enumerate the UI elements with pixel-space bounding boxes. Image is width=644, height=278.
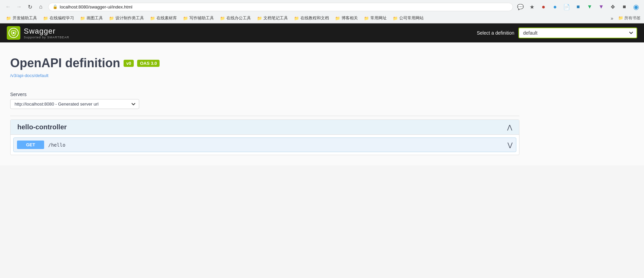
folder-icon-2: 📁 [43,16,48,21]
translate-icon[interactable]: 💬 [516,2,525,12]
oas-badge: OAS 3.0 [137,60,160,67]
folder-icon-4: 📁 [109,16,114,21]
server-select[interactable]: http://localhost:8080 - Generated server… [10,99,139,109]
folder-icon-9: 📁 [294,16,299,21]
endpoint-chevron-icon: ⋁ [508,141,513,149]
folder-icon-6: 📁 [183,16,188,21]
method-badge-get: GET [17,141,44,149]
swagger-content: OpenAPI definition v0 OAS 3.0 /v3/api-do… [0,42,644,165]
folder-icon-12: 📁 [393,16,398,21]
controller-section: hello-controller ⋀ GET /hello ⋁ [10,119,519,155]
definition-selector: Select a definition default [477,27,637,38]
controller-chevron-icon: ⋀ [507,124,512,131]
svg-point-1 [13,32,15,34]
folder-icon-3: 📁 [80,16,85,21]
servers-section: Servers http://localhost:8080 - Generate… [10,92,519,109]
folder-icon-1: 📁 [6,16,11,21]
bookmark-label-11: 常用网址 [370,15,387,21]
bookmark-item-9[interactable]: 📁 在线教程和文档 [291,14,332,22]
swagger-logo: Swagger Supported by SMARTBEAR [7,26,69,40]
bookmark-item-5[interactable]: 📁 在线素材库 [147,14,180,22]
address-text: localhost:8080/swagger-ui/index.html [60,4,132,10]
back-button[interactable]: ← [3,2,13,12]
swagger-ui: Swagger Supported by SMARTBEAR Select a … [0,23,644,165]
bookmark-label-6: 写作辅助工具 [189,15,214,21]
folder-icon-11: 📁 [364,16,369,21]
bookmark-item-8[interactable]: 📁 文档笔记工具 [254,14,291,22]
folder-icon-10: 📁 [335,16,340,21]
endpoint-path-hello: /hello [48,142,508,148]
all-bookmarks-button[interactable]: 📁 所有书签 [618,15,641,21]
toolbar-icons: 💬 ★ ● ● 📄 ■ ▼ ▼ ❖ ■ ◉ [516,2,641,12]
swagger-content-inner: OpenAPI definition v0 OAS 3.0 /v3/api-do… [10,49,519,155]
extensions-icon[interactable]: ■ [620,2,629,12]
folder-icon-8: 📁 [257,16,262,21]
api-url-link[interactable]: /v3/api-docs/default [10,73,519,78]
bookmark-item-2[interactable]: 📁 在线编程学习 [40,14,77,22]
reload-button[interactable]: ↻ [25,2,35,12]
ext-icon-4[interactable]: ❖ [608,2,618,12]
bookmark-item-3[interactable]: 📁 画图工具 [77,14,106,22]
bookmark-item-1[interactable]: 📁 开发辅助工具 [3,14,40,22]
bookmark-label-2: 在线编程学习 [50,15,74,21]
swagger-header: Swagger Supported by SMARTBEAR Select a … [0,23,644,42]
reading-icon[interactable]: 📄 [562,2,571,12]
ext-icon-1[interactable]: ■ [573,2,583,12]
bookmark-label-9: 在线教程和文档 [300,15,329,21]
folder-icon-7: 📁 [220,16,225,21]
browser-chrome: ← → ↻ ⌂ 🔒 localhost:8080/swagger-ui/inde… [0,0,644,23]
home-button[interactable]: ⌂ [36,2,45,12]
user-profile-icon[interactable]: ◉ [631,2,641,12]
bookmark-label-5: 在线素材库 [157,15,177,21]
profile-icon-1[interactable]: ● [539,2,548,12]
swagger-logo-icon [7,26,20,40]
help-icon[interactable]: ● [550,2,560,12]
folder-icon-5: 📁 [150,16,155,21]
bookmark-label-7: 在线办公工具 [226,15,251,21]
select-definition-label: Select a definition [477,30,514,36]
browser-toolbar: ← → ↻ ⌂ 🔒 localhost:8080/swagger-ui/inde… [0,0,644,14]
bookmark-item-12[interactable]: 📁 公司常用网站 [390,14,426,22]
api-title-section: OpenAPI definition v0 OAS 3.0 /v3/api-do… [10,49,519,81]
ext-icon-2[interactable]: ▼ [585,2,594,12]
endpoint-row-get-hello[interactable]: GET /hello ⋁ [13,137,516,152]
bookmark-item-4[interactable]: 📁 设计制作类工具 [106,14,147,22]
bookmark-item-6[interactable]: 📁 写作辅助工具 [180,14,217,22]
controller-name: hello-controller [17,123,67,131]
definition-select[interactable]: default [518,27,637,38]
controller-header[interactable]: hello-controller ⋀ [11,120,519,135]
swagger-logo-text: Swagger Supported by SMARTBEAR [24,27,69,39]
bookmark-label-8: 文档笔记工具 [263,15,288,21]
address-bar[interactable]: 🔒 localhost:8080/swagger-ui/index.html [48,3,513,11]
bookmark-label-3: 画图工具 [87,15,103,21]
bookmark-label-10: 博客相关 [342,15,358,21]
bookmark-item-11[interactable]: 📁 常用网址 [361,14,389,22]
swagger-title: Swagger [24,27,69,36]
forward-button[interactable]: → [14,2,24,12]
swagger-subtitle: Supported by SMARTBEAR [24,36,69,39]
nav-buttons: ← → ↻ ⌂ [3,2,45,12]
version-badge: v0 [124,60,134,67]
api-title: OpenAPI definition [10,56,120,70]
servers-label: Servers [10,92,519,97]
section-divider [10,116,519,116]
bookmark-label-12: 公司常用网站 [399,15,424,21]
bookmark-label-4: 设计制作类工具 [115,15,144,21]
bookmark-item-7[interactable]: 📁 在线办公工具 [217,14,254,22]
lock-icon: 🔒 [53,4,58,9]
ext-icon-3[interactable]: ▼ [596,2,606,12]
bookmarks-more-button[interactable]: » [609,15,615,22]
api-title-row: OpenAPI definition v0 OAS 3.0 [10,56,519,70]
bookmark-item-10[interactable]: 📁 博客相关 [332,14,361,22]
bookmark-label-1: 开发辅助工具 [13,15,37,21]
bookmark-star-icon[interactable]: ★ [527,2,537,12]
bookmarks-bar: 📁 开发辅助工具 📁 在线编程学习 📁 画图工具 📁 设计制作类工具 📁 在线素… [0,14,644,23]
